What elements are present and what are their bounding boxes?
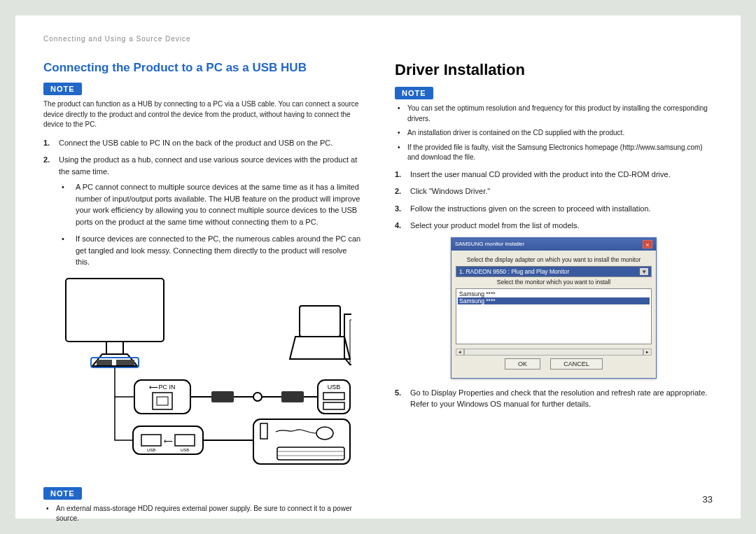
svg-point-42 xyxy=(316,427,333,440)
svg-rect-43 xyxy=(277,447,344,460)
svg-text:USB: USB xyxy=(181,448,189,452)
scroll-left-icon[interactable]: ◂ xyxy=(456,349,464,356)
bullet-cables-messy: If source devices are connected to the P… xyxy=(70,233,361,268)
bullet-multi-source: A PC cannot connect to multiple source d… xyxy=(70,181,361,227)
scroll-right-icon[interactable]: ▸ xyxy=(643,349,652,356)
driver-step-4: 4.Select your product model from the lis… xyxy=(405,220,713,232)
chevron-down-icon: ▾ xyxy=(640,268,648,275)
page-number: 33 xyxy=(703,494,713,505)
scroll-track[interactable] xyxy=(464,349,643,356)
note-badge: NOTE xyxy=(43,83,82,95)
svg-rect-3 xyxy=(97,360,112,365)
installer-dialog: SAMSUNG monitor installer × Select the d… xyxy=(451,237,657,379)
dialog-buttons: OK CANCEL xyxy=(456,356,652,374)
driver-note-list: You can set the optimum resolution and f… xyxy=(395,104,713,163)
svg-rect-18 xyxy=(300,306,340,337)
svg-rect-13 xyxy=(281,391,304,402)
dialog-adapter-label: Select the display adapter on which you … xyxy=(456,256,652,263)
svg-rect-7 xyxy=(157,397,168,405)
svg-rect-1 xyxy=(106,342,123,354)
dialog-monitor-label: Select the monitor which you want to ins… xyxy=(456,279,652,286)
close-icon[interactable]: × xyxy=(643,240,652,248)
svg-text:⟵: ⟵ xyxy=(164,437,173,444)
monitor-list[interactable]: Samsung **** Samsung **** xyxy=(456,288,652,344)
breadcrumb: Connecting and Using a Source Device xyxy=(43,35,713,43)
driver-steps-cont: 5.Go to Display Properties and check tha… xyxy=(395,387,713,410)
driver-install-heading: Driver Installation xyxy=(395,61,713,79)
svg-rect-9 xyxy=(211,391,234,402)
dialog-titlebar: SAMSUNG monitor installer × xyxy=(451,238,656,251)
list-item[interactable]: Samsung **** xyxy=(458,297,650,304)
note-download: If the provided file is faulty, visit th… xyxy=(405,143,713,163)
manual-page: Connecting and Using a Source Device Con… xyxy=(15,15,741,519)
connection-diagram: ⟵PC IN USB xyxy=(43,275,351,478)
driver-steps: 1.Insert the user manual CD provided wit… xyxy=(395,169,713,232)
step-2: 2.Using the product as a hub, connect an… xyxy=(53,154,361,268)
dialog-body: Select the display adapter on which you … xyxy=(451,251,656,378)
horizontal-scrollbar[interactable]: ◂ ▸ xyxy=(456,349,652,356)
note-cd-driver: An installation driver is contained on t… xyxy=(405,128,713,139)
svg-rect-4 xyxy=(116,360,134,365)
left-column: Connecting the Product to a PC as a USB … xyxy=(43,61,361,530)
content-columns: Connecting the Product to a PC as a USB … xyxy=(43,61,713,530)
driver-step-5: 5.Go to Display Properties and check tha… xyxy=(405,387,713,410)
note2-list: An external mass-storage HDD requires ex… xyxy=(43,504,361,524)
dialog-title-text: SAMSUNG monitor installer xyxy=(455,241,524,247)
svg-rect-6 xyxy=(153,393,172,409)
note-badge-3: NOTE xyxy=(395,87,433,99)
svg-rect-16 xyxy=(323,393,344,400)
step-notes: A PC cannot connect to multiple source d… xyxy=(59,181,361,268)
usb-hub-steps: 1.Connect the USB cable to PC IN on the … xyxy=(43,137,361,268)
svg-rect-34 xyxy=(141,435,161,446)
svg-rect-41 xyxy=(260,423,267,439)
pc-in-label: ⟵PC IN xyxy=(149,384,175,391)
usb-label: USB xyxy=(328,384,341,391)
svg-rect-0 xyxy=(66,279,164,342)
svg-text:USB: USB xyxy=(147,448,155,452)
driver-step-2: 2.Click "Windows Driver." xyxy=(405,185,713,197)
list-item[interactable]: Samsung **** xyxy=(458,290,650,297)
right-column: Driver Installation NOTE You can set the… xyxy=(395,61,713,530)
note-intro-text: The product can function as a HUB by con… xyxy=(43,99,361,130)
usb-hub-heading: Connecting the Product to a PC as a USB … xyxy=(43,61,361,75)
driver-step-3: 3.Follow the instructions given on the s… xyxy=(405,203,713,215)
ok-button[interactable]: OK xyxy=(505,358,540,370)
svg-rect-35 xyxy=(175,435,195,446)
adapter-select[interactable]: 1. RADEON 9550 : Plug and Play Monitor ▾ xyxy=(456,266,652,277)
note-hdd-power: An external mass-storage HDD requires ex… xyxy=(53,504,361,524)
step-1: 1.Connect the USB cable to PC IN on the … xyxy=(53,137,361,149)
svg-rect-17 xyxy=(323,402,344,409)
note-resolution: You can set the optimum resolution and f… xyxy=(405,104,713,124)
diagram-svg: ⟵PC IN USB xyxy=(43,275,351,478)
cancel-button[interactable]: CANCEL xyxy=(550,358,603,370)
note-badge-2: NOTE xyxy=(43,487,82,500)
svg-point-11 xyxy=(253,393,262,401)
driver-step-1: 1.Insert the user manual CD provided wit… xyxy=(405,169,713,181)
